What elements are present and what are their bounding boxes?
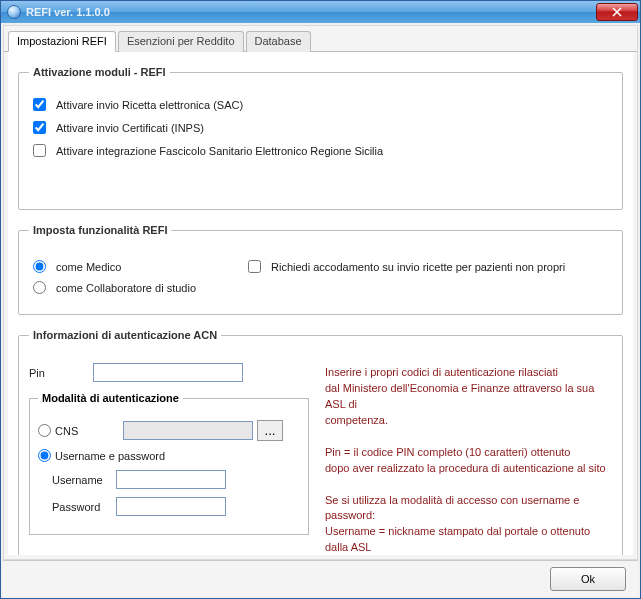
chk-queue[interactable] [248,260,261,273]
auth-help-p1: Inserire i propri codici di autenticazio… [325,365,612,429]
tabstrip: Impostazioni REFI Esenzioni per Reddito … [4,26,637,52]
chk-sac-label: Attivare invio Ricetta elettronica (SAC) [56,99,243,111]
tab-database[interactable]: Database [246,31,311,52]
radio-userpass[interactable] [38,449,51,462]
radio-medico-label: come Medico [56,261,121,273]
radio-collaboratore[interactable] [33,281,46,294]
app-icon [7,5,21,19]
group-functionality-legend: Imposta funzionalità REFI [29,224,171,236]
dialog-window: REFI ver. 1.1.0.0 Impostazioni REFI Esen… [0,0,641,599]
pin-label: Pin [29,367,93,379]
window-title: REFI ver. 1.1.0.0 [26,6,110,18]
tab-label: Esenzioni per Reddito [127,35,235,47]
tab-label: Impostazioni REFI [17,35,107,47]
button-bar: Ok [3,560,638,596]
chk-fse-sicilia[interactable] [33,144,46,157]
cns-browse-button[interactable]: ... [257,420,283,441]
group-auth-mode: Modalità di autenticazione CNS ... Usern… [29,392,309,535]
chk-queue-label: Richiedi accodamento su invio ricette pe… [271,261,565,273]
tab-content: Attivazione moduli - REFI Attivare invio… [8,52,633,555]
ellipsis-icon: ... [264,423,275,438]
username-label: Username [52,474,116,486]
close-icon [612,7,622,17]
group-functionality: Imposta funzionalità REFI come Medico co… [18,224,623,315]
dialog-body: Impostazioni REFI Esenzioni per Reddito … [3,25,638,560]
chk-inps[interactable] [33,121,46,134]
group-activation-legend: Attivazione moduli - REFI [29,66,170,78]
radio-collaboratore-label: come Collaboratore di studio [56,282,196,294]
password-label: Password [52,501,116,513]
chk-sac[interactable] [33,98,46,111]
close-button[interactable] [596,3,638,21]
radio-cns-label: CNS [55,425,101,437]
pin-input[interactable] [93,363,243,382]
tab-impostazioni[interactable]: Impostazioni REFI [8,31,116,52]
chk-fse-sicilia-label: Attivare integrazione Fascicolo Sanitari… [56,145,383,157]
ok-button-label: Ok [581,573,595,585]
ok-button[interactable]: Ok [550,567,626,591]
group-auth-legend: Informazioni di autenticazione ACN [29,329,221,341]
tab-esenzioni[interactable]: Esenzioni per Reddito [118,31,244,52]
radio-userpass-label: Username e password [55,450,165,462]
username-input[interactable] [116,470,226,489]
group-auth-mode-legend: Modalità di autenticazione [38,392,183,404]
chk-inps-label: Attivare invio Certificati (INPS) [56,122,204,134]
radio-medico[interactable] [33,260,46,273]
titlebar: REFI ver. 1.1.0.0 [1,1,640,23]
auth-help-p2: Pin = il codice PIN completo (10 caratte… [325,445,612,477]
radio-cns[interactable] [38,424,51,437]
cns-path-input [123,421,253,440]
password-input[interactable] [116,497,226,516]
auth-help-text: Inserire i propri codici di autenticazio… [325,355,612,555]
tab-label: Database [255,35,302,47]
auth-help-p3: Se si utilizza la modalità di accesso co… [325,493,612,556]
group-activation: Attivazione moduli - REFI Attivare invio… [18,66,623,210]
group-auth: Informazioni di autenticazione ACN Pin M… [18,329,623,555]
